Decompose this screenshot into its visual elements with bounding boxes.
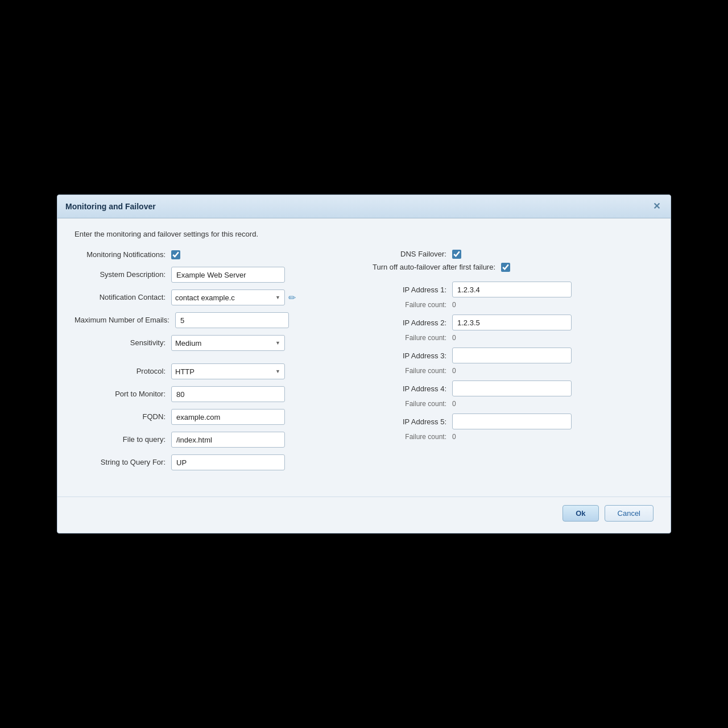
- dialog-body: Enter the monitoring and failover settin…: [57, 218, 671, 491]
- protocol-select-wrapper: HTTP HTTPS TCP UDP: [171, 363, 285, 379]
- monitoring-notifications-checkbox[interactable]: [171, 250, 180, 259]
- edit-contact-icon[interactable]: ✏: [288, 292, 296, 303]
- dns-failover-row: DNS Failover:: [373, 250, 653, 259]
- turn-off-autofailover-row: Turn off auto-failover after first failu…: [373, 262, 653, 272]
- monitoring-notifications-label: Monitoring Notifications:: [75, 250, 171, 260]
- ip-address-3-failure-row: Failure count: 0: [373, 367, 653, 375]
- ip-address-1-failure-row: Failure count: 0: [373, 301, 653, 309]
- sensitivity-select[interactable]: Low Medium High: [171, 335, 285, 351]
- ip-address-4-failure-row: Failure count: 0: [373, 400, 653, 408]
- ip-address-3-label: IP Address 3:: [373, 351, 452, 360]
- ip-address-5-failure-label: Failure count:: [373, 433, 452, 441]
- form-columns: Monitoring Notifications: System Descrip…: [75, 250, 653, 477]
- file-query-row: File to query:: [75, 432, 355, 448]
- file-query-label: File to query:: [75, 435, 171, 445]
- sensitivity-row: Sensitivity: Low Medium High: [75, 335, 355, 351]
- max-emails-label: Maximum Number of Emails:: [75, 315, 175, 325]
- turn-off-autofailover-checkbox[interactable]: [501, 263, 510, 272]
- ip-address-2-group: IP Address 2: Failure count: 0: [373, 315, 653, 342]
- ip-address-1-failure-label: Failure count:: [373, 301, 452, 309]
- system-description-label: System Description:: [75, 270, 171, 280]
- ip-address-1-input[interactable]: [452, 282, 572, 297]
- string-query-input[interactable]: [171, 454, 285, 470]
- left-column: Monitoring Notifications: System Descrip…: [75, 250, 355, 477]
- ip-address-4-group: IP Address 4: Failure count: 0: [373, 380, 653, 408]
- ip-address-3-failure-val: 0: [452, 367, 456, 375]
- ip-address-2-failure-row: Failure count: 0: [373, 334, 653, 342]
- protocol-row: Protocol: HTTP HTTPS TCP UDP: [75, 363, 355, 379]
- ip-address-1-failure-val: 0: [452, 301, 456, 309]
- right-column: DNS Failover: Turn off auto-failover aft…: [373, 250, 653, 477]
- ip-address-4-row: IP Address 4:: [373, 380, 653, 396]
- sensitivity-label: Sensitivity:: [75, 338, 171, 348]
- ip-address-5-failure-val: 0: [452, 433, 456, 441]
- dialog-footer: Ok Cancel: [57, 497, 671, 533]
- fqdn-label: FQDN:: [75, 412, 171, 422]
- ip-address-1-row: IP Address 1:: [373, 282, 653, 297]
- system-description-input[interactable]: [171, 267, 285, 283]
- port-input[interactable]: [171, 386, 285, 402]
- ip-address-2-input[interactable]: [452, 315, 572, 330]
- max-emails-row: Maximum Number of Emails:: [75, 312, 355, 328]
- dns-failover-label: DNS Failover:: [373, 250, 452, 258]
- ip-address-3-input[interactable]: [452, 348, 572, 363]
- sensitivity-select-wrapper: Low Medium High: [171, 335, 285, 351]
- cancel-button[interactable]: Cancel: [605, 505, 653, 522]
- ok-button[interactable]: Ok: [562, 505, 598, 522]
- ip-address-2-row: IP Address 2:: [373, 315, 653, 330]
- ip-address-3-failure-label: Failure count:: [373, 367, 452, 375]
- monitoring-failover-dialog: Monitoring and Failover ✕ Enter the moni…: [57, 195, 671, 533]
- ip-address-5-label: IP Address 5:: [373, 417, 452, 426]
- close-button[interactable]: ✕: [651, 201, 663, 212]
- ip-address-1-group: IP Address 1: Failure count: 0: [373, 282, 653, 309]
- system-description-row: System Description:: [75, 267, 355, 283]
- notification-contact-select[interactable]: contact example.c: [171, 289, 285, 305]
- ip-address-4-failure-label: Failure count:: [373, 400, 452, 408]
- ip-address-5-failure-row: Failure count: 0: [373, 433, 653, 441]
- ip-address-3-row: IP Address 3:: [373, 348, 653, 363]
- dialog-title: Monitoring and Failover: [65, 202, 156, 211]
- dialog-titlebar: Monitoring and Failover ✕: [57, 195, 671, 218]
- ip-address-2-label: IP Address 2:: [373, 318, 452, 327]
- fqdn-row: FQDN:: [75, 409, 355, 425]
- protocol-select[interactable]: HTTP HTTPS TCP UDP: [171, 363, 285, 379]
- dialog-intro: Enter the monitoring and failover settin…: [75, 230, 653, 238]
- ip-address-5-input[interactable]: [452, 413, 572, 429]
- notification-contact-row: Notification Contact: contact example.c …: [75, 289, 355, 305]
- turn-off-autofailover-label: Turn off auto-failover after first failu…: [373, 262, 501, 272]
- fqdn-input[interactable]: [171, 409, 285, 425]
- ip-address-5-group: IP Address 5: Failure count: 0: [373, 413, 653, 441]
- dns-failover-checkbox[interactable]: [452, 250, 461, 259]
- ip-address-4-failure-val: 0: [452, 400, 456, 408]
- monitoring-notifications-row: Monitoring Notifications:: [75, 250, 355, 260]
- ip-address-1-label: IP Address 1:: [373, 286, 452, 294]
- string-query-row: String to Query For:: [75, 454, 355, 470]
- ip-address-2-failure-label: Failure count:: [373, 334, 452, 342]
- ip-address-2-failure-val: 0: [452, 334, 456, 342]
- ip-address-4-input[interactable]: [452, 380, 572, 396]
- protocol-label: Protocol:: [75, 366, 171, 377]
- ip-address-5-row: IP Address 5:: [373, 413, 653, 429]
- file-query-input[interactable]: [171, 432, 285, 448]
- port-row: Port to Monitor:: [75, 386, 355, 402]
- ip-address-3-group: IP Address 3: Failure count: 0: [373, 348, 653, 375]
- notification-contact-label: Notification Contact:: [75, 292, 171, 303]
- max-emails-input[interactable]: [175, 312, 289, 328]
- port-label: Port to Monitor:: [75, 389, 171, 399]
- notification-contact-select-wrapper: contact example.c: [171, 289, 285, 305]
- ip-address-4-label: IP Address 4:: [373, 384, 452, 393]
- string-query-label: String to Query For:: [75, 457, 171, 468]
